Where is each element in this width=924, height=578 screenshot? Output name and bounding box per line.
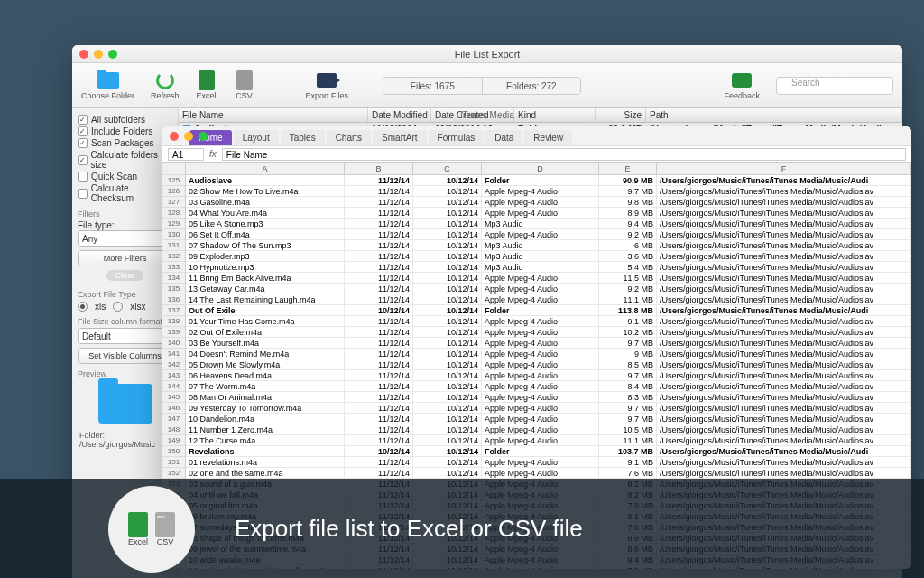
grid-row[interactable]: 05 Drown Me Slowly.m4a11/12/1410/12/14Ap…: [186, 359, 911, 370]
column-header[interactable]: A: [186, 163, 345, 175]
refresh-button[interactable]: Refresh: [151, 71, 180, 100]
column-header[interactable]: D: [482, 163, 599, 175]
row-number[interactable]: 151: [162, 457, 185, 468]
checkbox-row[interactable]: ✓Calculate folders size: [78, 149, 172, 171]
row-number[interactable]: 138: [162, 316, 185, 327]
row-number[interactable]: 149: [162, 435, 185, 446]
row-number[interactable]: 141: [162, 349, 185, 359]
column-header[interactable]: B: [345, 163, 413, 175]
grid-row[interactable]: 01 revelations.m4a11/12/1410/12/14Apple …: [186, 457, 911, 468]
cell-value[interactable]: File Name: [222, 148, 906, 161]
row-number[interactable]: 147: [162, 414, 185, 424]
csv-button[interactable]: CSV: [234, 71, 255, 100]
grid-row[interactable]: 08 Man Or Animal.m4a11/12/1410/12/14Appl…: [186, 392, 911, 403]
grid-row[interactable]: 06 Heavens Dead.m4a11/12/1410/12/14Apple…: [186, 370, 911, 381]
checkbox-row[interactable]: Quick Scan: [78, 171, 172, 182]
radio-xls[interactable]: [78, 302, 88, 312]
promo-banner: Excel CSV Export file list to Excel or C…: [0, 479, 924, 578]
column-header[interactable]: C: [413, 163, 482, 175]
grid-row[interactable]: 03 Gasoline.m4a11/12/1410/12/14Apple Mpe…: [186, 197, 911, 208]
grid-row[interactable]: 02 one and the same.m4a11/12/1410/12/14A…: [186, 468, 911, 479]
row-number[interactable]: 150: [162, 446, 185, 457]
row-number[interactable]: 145: [162, 392, 185, 403]
row-number[interactable]: 136: [162, 294, 185, 305]
checkbox-row[interactable]: ✓All subfolders: [78, 114, 172, 126]
ribbon-tab[interactable]: Formulas: [429, 130, 485, 145]
grid-row[interactable]: 12 The Curse.m4a11/12/1410/12/14Apple Mp…: [186, 435, 911, 446]
checkbox-row[interactable]: Calculate Checksum: [78, 182, 172, 204]
grid-row[interactable]: Audioslave11/12/1410/12/14Folder90.9 MB/…: [186, 175, 911, 186]
row-number[interactable]: 143: [162, 370, 185, 381]
row-number[interactable]: 148: [162, 424, 185, 435]
grid-row[interactable]: 06 Set It Off.m4a11/12/1410/12/14Apple M…: [186, 229, 911, 240]
row-number[interactable]: 146: [162, 403, 185, 414]
traffic-lights[interactable]: [79, 50, 117, 59]
excel-button[interactable]: Excel: [196, 71, 217, 100]
grid-row[interactable]: Revelations10/12/1410/12/14Folder103.7 M…: [186, 446, 911, 457]
export-icon: [317, 73, 337, 88]
row-number[interactable]: 134: [162, 273, 185, 284]
grid-row[interactable]: Out Of Exile10/12/1410/12/14Folder113.8 …: [186, 305, 911, 316]
ribbon-tab[interactable]: Data: [485, 130, 522, 145]
clear-button[interactable]: Clear: [106, 270, 144, 281]
column-header[interactable]: E: [599, 163, 657, 175]
row-number[interactable]: 126: [162, 186, 185, 197]
row-number[interactable]: 132: [162, 251, 185, 262]
row-number[interactable]: 139: [162, 327, 185, 338]
excel-titlebar: Files.xls HomeLayoutTablesChartsSmartArt…: [162, 126, 911, 146]
ribbon-tab[interactable]: Charts: [327, 130, 371, 145]
banner-text: Export file list to Excel or CSV file: [235, 515, 583, 543]
grid-row[interactable]: 09 Exploder.mp311/12/1410/12/14Mp3 Audio…: [186, 251, 911, 262]
filetype-select[interactable]: Any⇅: [78, 230, 172, 247]
feedback-button[interactable]: Feedback: [724, 71, 760, 100]
set-visible-columns-button[interactable]: Set Visible Columns: [78, 348, 172, 364]
row-number[interactable]: 140: [162, 338, 185, 349]
row-number[interactable]: 125: [162, 175, 185, 186]
grid-row[interactable]: 03 Be Yourself.m4a11/12/1410/12/14Apple …: [186, 338, 911, 349]
grid-row[interactable]: 13 Getaway Car.m4a11/12/1410/12/14Apple …: [186, 284, 911, 294]
grid-row[interactable]: 11 Number 1 Zero.m4a11/12/1410/12/14Appl…: [186, 424, 911, 435]
row-number[interactable]: 129: [162, 219, 185, 229]
row-number[interactable]: 131: [162, 240, 185, 251]
grid-row[interactable]: 01 Your Time Has Come.m4a11/12/1410/12/1…: [186, 316, 911, 327]
row-number[interactable]: 152: [162, 468, 185, 479]
grid-row[interactable]: 04 What You Are.m4a11/12/1410/12/14Apple…: [186, 208, 911, 219]
grid-row[interactable]: 14 The Last Remaining Laugh.m4a11/12/141…: [186, 294, 911, 305]
choose-folder-button[interactable]: Choose Folder: [81, 71, 134, 100]
row-number[interactable]: 135: [162, 284, 185, 294]
filesize-select[interactable]: Default⇅: [78, 328, 172, 344]
grid-row[interactable]: 07 Shadow Of The Sun.mp311/12/1410/12/14…: [186, 240, 911, 251]
row-number[interactable]: 142: [162, 359, 185, 370]
checkbox-row[interactable]: ✓Scan Packages: [78, 137, 172, 149]
grid-row[interactable]: 11 Bring Em Back Alive.m4a11/12/1410/12/…: [186, 273, 911, 284]
row-number[interactable]: 133: [162, 262, 185, 273]
table-header[interactable]: File Name Date Modified Date Created Kin…: [179, 108, 902, 123]
cell-reference[interactable]: A1: [168, 148, 204, 161]
ribbon-tab[interactable]: SmartArt: [373, 130, 426, 145]
ribbon-tab[interactable]: Layout: [234, 130, 279, 145]
grid-row[interactable]: 09 Yesterday To Tomorrow.m4a11/12/1410/1…: [186, 403, 911, 414]
excel-traffic-lights[interactable]: [170, 132, 208, 141]
checkbox-row[interactable]: ✓Include Folders: [78, 126, 172, 137]
more-filters-button[interactable]: More Filters: [78, 250, 172, 266]
row-number[interactable]: 137: [162, 305, 185, 316]
grid-row[interactable]: 05 Like A Stone.mp311/12/1410/12/14Mp3 A…: [186, 219, 911, 229]
grid-row[interactable]: 02 Out Of Exile.m4a11/12/1410/12/14Apple…: [186, 327, 911, 338]
row-number[interactable]: 127: [162, 197, 185, 208]
row-number[interactable]: 128: [162, 208, 185, 219]
row-number[interactable]: 144: [162, 381, 185, 392]
export-files-button[interactable]: Export Files: [306, 71, 349, 100]
grid-row[interactable]: 02 Show Me How To Live.m4a11/12/1410/12/…: [186, 186, 911, 197]
search-input[interactable]: Search: [776, 77, 893, 95]
grid-row[interactable]: 04 Doesn't Remind Me.m4a11/12/1410/12/14…: [186, 349, 911, 359]
grid-row[interactable]: 10 Dandelion.m4a11/12/1410/12/14Apple Mp…: [186, 414, 911, 424]
ribbon-tab[interactable]: Review: [524, 130, 572, 145]
column-header[interactable]: F: [657, 163, 911, 175]
grid-row[interactable]: 10 Hypnotize.mp311/12/1410/12/14Mp3 Audi…: [186, 262, 911, 273]
radio-xlsx[interactable]: [113, 302, 123, 312]
folder-icon: [97, 72, 119, 89]
ribbon-tab[interactable]: Tables: [281, 130, 325, 145]
grid-row[interactable]: 07 The Worm.m4a11/12/1410/12/14Apple Mpe…: [186, 381, 911, 392]
row-number[interactable]: 130: [162, 229, 185, 240]
checkbox-icon: ✓: [78, 115, 88, 125]
